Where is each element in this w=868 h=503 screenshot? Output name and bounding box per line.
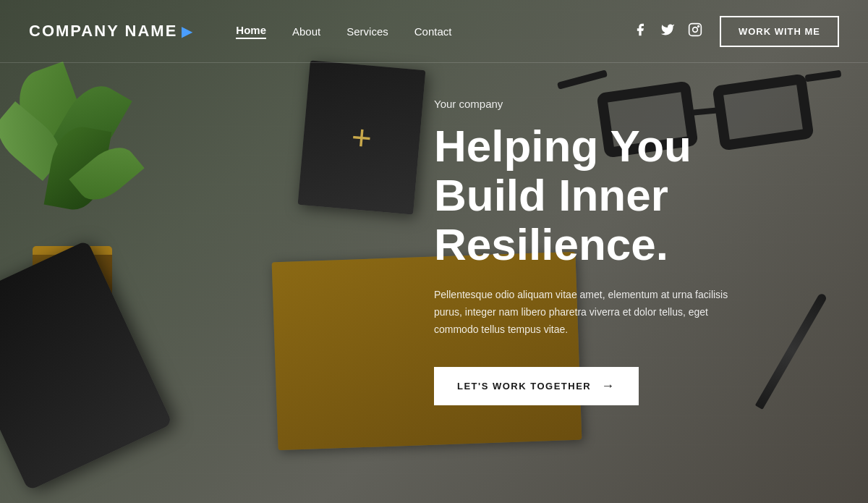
nav-services[interactable]: Services — [346, 25, 388, 38]
work-with-me-button[interactable]: WORK WITH ME — [720, 16, 839, 47]
navbar: COMPANY NAME ▶ Home About Services Conta… — [0, 0, 868, 63]
plant-leaves — [0, 69, 145, 257]
svg-point-1 — [693, 27, 698, 32]
nav-right: WORK WITH ME — [633, 16, 839, 47]
hero-cta-button[interactable]: LET'S WORK TOGETHER → — [434, 367, 639, 405]
notebook-decoration — [298, 60, 426, 214]
nav-about[interactable]: About — [292, 25, 320, 38]
social-icons — [633, 22, 702, 41]
instagram-icon[interactable] — [688, 22, 702, 41]
facebook-icon[interactable] — [633, 22, 647, 41]
twitter-icon[interactable] — [660, 22, 675, 41]
brand-name: COMPANY NAME — [29, 22, 177, 41]
nav-home[interactable]: Home — [236, 24, 266, 39]
hero-subtitle: Your company — [434, 98, 796, 110]
hero-description: Pellentesque odio aliquam vitae amet, el… — [434, 287, 752, 338]
arrow-icon: → — [601, 379, 616, 394]
brand-icon: ▶ — [182, 22, 192, 40]
brand: COMPANY NAME ▶ — [29, 22, 192, 41]
svg-rect-0 — [689, 23, 702, 35]
svg-point-2 — [698, 25, 699, 27]
nav-links: Home About Services Contact — [236, 24, 633, 39]
nav-contact[interactable]: Contact — [414, 25, 452, 38]
hero-cta-label: LET'S WORK TOGETHER — [457, 381, 591, 392]
hero-title: Helping You Build Inner Resilience. — [434, 122, 796, 270]
hero-content: Your company Helping You Build Inner Res… — [434, 98, 796, 406]
